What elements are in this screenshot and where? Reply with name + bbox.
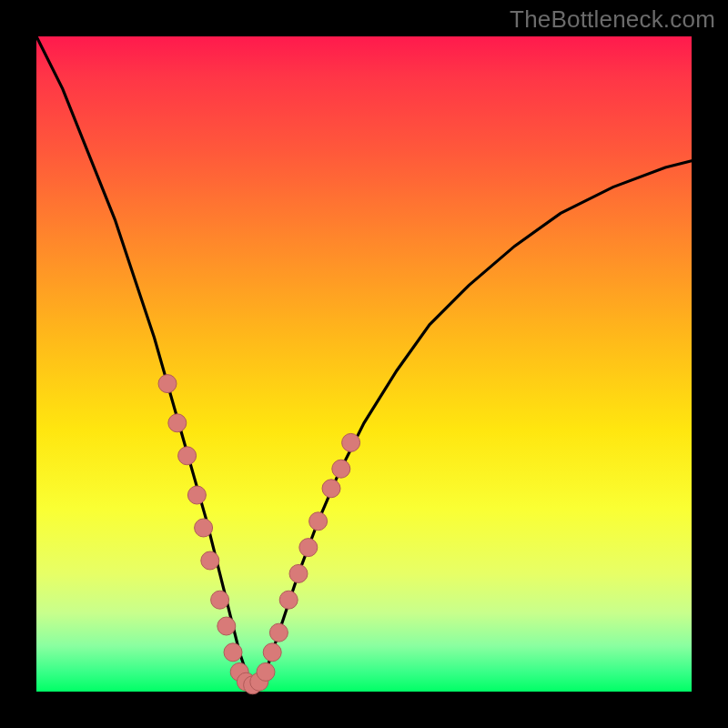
- dot: [322, 480, 340, 498]
- dot: [211, 591, 229, 609]
- highlight-dots: [158, 375, 360, 694]
- dot: [168, 414, 187, 432]
- chart-frame: TheBottleneck.com: [0, 0, 728, 728]
- plot-area: [36, 36, 692, 692]
- dot: [178, 447, 197, 465]
- dot: [279, 591, 298, 609]
- dot: [299, 539, 318, 557]
- dot: [269, 623, 288, 642]
- dot: [263, 643, 281, 662]
- dot: [195, 519, 213, 537]
- dot: [289, 564, 308, 582]
- dot: [187, 486, 206, 504]
- dot: [217, 617, 236, 635]
- dot: [342, 433, 360, 451]
- dot: [309, 512, 328, 531]
- dot: [201, 551, 219, 570]
- curve-svg: [36, 36, 692, 692]
- dot: [332, 460, 350, 478]
- dot: [224, 643, 242, 662]
- bottleneck-curve: [36, 36, 692, 685]
- watermark-text: TheBottleneck.com: [510, 5, 715, 34]
- dot: [257, 662, 275, 681]
- dot: [158, 375, 177, 393]
